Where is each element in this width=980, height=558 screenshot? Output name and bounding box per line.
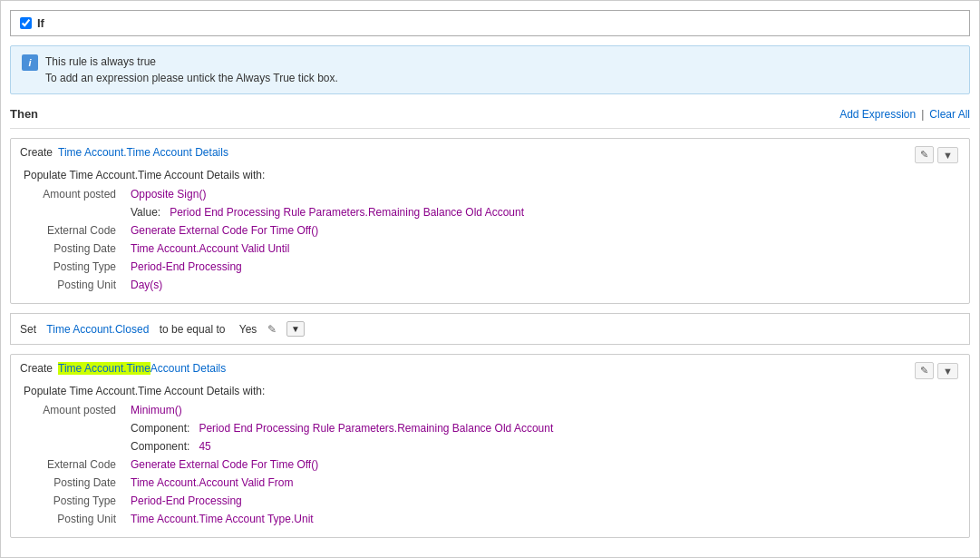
table-row: Component: Period End Processing Rule Pa… xyxy=(24,419,960,437)
info-icon: i xyxy=(22,54,38,71)
table-row: Amount posted Minimum() xyxy=(24,401,960,419)
create-label-2: Create xyxy=(20,362,53,375)
set-label: Set xyxy=(20,323,36,336)
set-dropdown[interactable]: ▼ xyxy=(286,321,305,337)
table-row: Posting Unit Time Account.Time Account T… xyxy=(24,510,960,528)
rule-card-1: Create Time Account.Time Account Details… xyxy=(10,138,970,304)
card-top-1: Create Time Account.Time Account Details… xyxy=(11,139,969,163)
edit-btn-2[interactable]: ✎ xyxy=(915,362,934,379)
populate-title-2: Populate Time Account.Time Account Detai… xyxy=(24,385,960,397)
table-row: Posting Date Time Account.Account Valid … xyxy=(24,474,960,492)
time-account-link-1[interactable]: Time Account.Time Account Details xyxy=(58,146,228,159)
then-label: Then xyxy=(10,107,38,121)
table-row: Component: 45 xyxy=(24,437,960,455)
edit-btn-1[interactable]: ✎ xyxy=(915,146,934,163)
populate-title-1: Populate Time Account.Time Account Detai… xyxy=(24,169,960,181)
if-section: If xyxy=(10,10,970,36)
time-account-link-2b[interactable]: Account Details xyxy=(150,362,226,375)
populate-content-1: Populate Time Account.Time Account Detai… xyxy=(11,163,969,303)
time-account-link-2a[interactable]: Time Account.Time xyxy=(58,362,150,375)
if-header: If xyxy=(20,16,960,30)
rule-card-2: Create Time Account.Time Account Details… xyxy=(10,354,970,538)
populate-table-2: Amount posted Minimum() Component: Perio… xyxy=(24,401,960,528)
set-edit-icon[interactable]: ✎ xyxy=(267,323,277,336)
then-actions: Add Expression | Clear All xyxy=(839,108,970,121)
info-line2: To add an expression please untick the A… xyxy=(45,70,338,86)
if-checkbox[interactable] xyxy=(20,17,32,29)
rule-header-2: Create Time Account.Time Account Details xyxy=(20,362,226,375)
set-row: Set Time Account.Closed to be equal to Y… xyxy=(10,313,970,345)
populate-content-2: Populate Time Account.Time Account Detai… xyxy=(11,379,969,537)
clear-all-link[interactable]: Clear All xyxy=(929,108,970,121)
table-row: Posting Unit Day(s) xyxy=(24,276,960,294)
info-line1: This rule is always true xyxy=(45,54,338,70)
separator: | xyxy=(921,108,924,121)
if-label: If xyxy=(37,16,44,30)
set-link[interactable]: Time Account.Closed xyxy=(46,323,149,336)
card-top-2: Create Time Account.Time Account Details… xyxy=(11,355,969,379)
dropdown-btn-1[interactable]: ▼ xyxy=(937,147,958,163)
info-text: This rule is always true To add an expre… xyxy=(45,54,338,86)
then-section: Then Add Expression | Clear All Create T… xyxy=(10,103,970,538)
card-actions-1: ✎ ▼ xyxy=(915,146,962,163)
populate-table-1: Amount posted Opposite Sign() Value: Per… xyxy=(24,185,960,294)
table-row: Posting Type Period-End Processing xyxy=(24,492,960,510)
create-label-1: Create xyxy=(20,146,53,159)
rule-header-1: Create Time Account.Time Account Details xyxy=(20,146,228,159)
table-row: External Code Generate External Code For… xyxy=(24,455,960,474)
dropdown-btn-2[interactable]: ▼ xyxy=(937,363,958,379)
be-equal-to: to be equal to xyxy=(160,323,226,336)
table-row: Posting Date Time Account.Account Valid … xyxy=(24,240,960,258)
card-actions-2: ✎ ▼ xyxy=(915,362,962,379)
table-row: Posting Type Period-End Processing xyxy=(24,258,960,276)
table-row: Value: Period End Processing Rule Parame… xyxy=(24,203,960,221)
add-expression-link[interactable]: Add Expression xyxy=(839,108,916,121)
table-row: External Code Generate External Code For… xyxy=(24,221,960,240)
info-box: i This rule is always true To add an exp… xyxy=(10,45,970,94)
then-header: Then Add Expression | Clear All xyxy=(10,103,970,129)
set-value: Yes xyxy=(239,323,257,336)
table-row: Amount posted Opposite Sign() xyxy=(24,185,960,203)
